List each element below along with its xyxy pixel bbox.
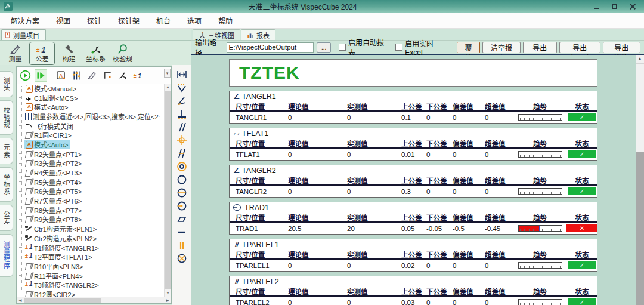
tree-item[interactable]: R7矢量点<PT6> <box>17 196 164 205</box>
side-tab[interactable]: 坐标系 <box>0 167 13 202</box>
hscroll-thumb[interactable] <box>24 298 101 303</box>
side-tab[interactable]: 校验规 <box>0 100 13 135</box>
symmetry-icon[interactable] <box>176 239 188 251</box>
menu-item[interactable]: 选项 <box>179 13 210 28</box>
flatness-icon[interactable] <box>176 213 188 225</box>
step-run-icon[interactable] <box>35 70 47 81</box>
tree-item[interactable]: 飞行模式关闭 <box>17 121 164 131</box>
tree-item[interactable]: 测量参数逼近<4>,回退<3>,搜索<6>,定位<2: <box>17 112 164 121</box>
checkbox-启用自动报表[interactable]: 启用自动报表 <box>339 37 391 57</box>
tree-item[interactable]: 模式<Manual> <box>17 84 164 93</box>
perpendicularity-icon[interactable] <box>176 108 188 120</box>
close-button[interactable] <box>628 2 637 11</box>
tree-horizontal-scrollbar[interactable]: ◄ ► <box>17 297 171 303</box>
output-path-input[interactable]: E:\VispectCubeOutput <box>227 42 314 53</box>
menu-item[interactable]: 探针架 <box>110 13 148 28</box>
position-icon[interactable] <box>176 134 188 146</box>
value-cell: TANGLR1 <box>236 114 288 121</box>
tree-item[interactable]: R10平面<PLN3> <box>17 261 164 271</box>
concentricity-icon[interactable] <box>176 161 188 172</box>
toolbar-overflow-icon[interactable]: ▾ <box>164 69 171 78</box>
导出PDF-button[interactable]: 导出PDF <box>603 42 640 53</box>
column-header: 尺寸/位置 <box>236 212 288 222</box>
side-tab[interactable]: 测头 <box>0 71 13 97</box>
browse-button[interactable]: ... <box>317 42 331 53</box>
ribbon-hammer-button[interactable]: 构建 <box>56 42 82 65</box>
tree-item[interactable]: Ctr2构造元素<PLN2> <box>17 233 164 243</box>
minimize-button[interactable] <box>593 2 601 11</box>
caliper-sm-icon[interactable] <box>86 70 98 81</box>
tree-item[interactable]: T3倾斜度<TANGLR2> <box>17 280 164 289</box>
checkbox-label: 启用自动报表 <box>348 37 391 57</box>
roundness-icon[interactable] <box>176 174 188 186</box>
runout-line-icon[interactable] <box>176 187 188 199</box>
params-icon[interactable] <box>71 70 82 81</box>
tree-item[interactable]: R11平面<PLN4> <box>17 271 164 281</box>
report-scroll-up-icon[interactable]: ▲ <box>636 55 644 63</box>
distance-icon[interactable] <box>176 69 188 81</box>
scroll-left-icon[interactable]: ◄ <box>17 298 24 303</box>
ribbon-coordinate-button[interactable]: 坐标系 <box>83 42 109 65</box>
清空报表-button[interactable]: 清空报表 <box>482 42 520 53</box>
profile-line-icon[interactable] <box>176 82 188 94</box>
tree-item[interactable]: R4矢量点<PT3> <box>17 168 164 177</box>
output-path-label: 输出路径 <box>195 37 224 57</box>
tree-item[interactable]: R3矢量点<PT2> <box>17 159 164 168</box>
menu-item[interactable]: 帮助 <box>210 13 241 28</box>
hscroll-track[interactable] <box>24 298 164 303</box>
run-icon[interactable] <box>20 70 31 81</box>
tree-item[interactable]: Ctr1构造元素<PLN1> <box>17 224 164 233</box>
menu-item[interactable]: 机台 <box>148 13 179 28</box>
menu-item[interactable]: 解决方案 <box>2 13 48 28</box>
tree-item[interactable]: R1圆<CIR1> <box>17 130 164 140</box>
tree-item[interactable]: T1倾斜度<TANGLR1> <box>17 243 164 252</box>
scroll-up-icon[interactable]: ▲ <box>165 84 171 91</box>
checkbox-box[interactable] <box>395 44 402 51</box>
tree-vertical-scrollbar[interactable]: ▲ ▼ <box>164 84 171 297</box>
restore-button[interactable] <box>611 2 619 11</box>
tree-connector <box>19 116 24 116</box>
side-tab[interactable]: 公差 <box>0 205 13 231</box>
measure-icon <box>25 159 33 167</box>
ribbon-caliper-button[interactable]: 测量 <box>2 42 28 65</box>
circular-runout-icon[interactable] <box>176 200 188 212</box>
straightness-icon[interactable] <box>176 226 188 238</box>
side-tab[interactable]: 测量程序 <box>0 234 13 277</box>
tree-item[interactable]: R12圆<CIR2> <box>17 289 164 297</box>
checkbox-启用实时Excel[interactable]: 启用实时Excel <box>395 37 450 57</box>
导出Excel-button[interactable]: 导出Excel <box>559 42 600 53</box>
tree-item[interactable]: R8矢量点<PT7> <box>17 205 164 215</box>
tree-item[interactable]: C1回调<MCS> <box>17 93 164 103</box>
ribbon-magnifier-button[interactable]: 校验规 <box>110 42 135 65</box>
branch-icon[interactable] <box>117 70 129 81</box>
导出csv-button[interactable]: 导出csv <box>523 42 557 53</box>
menu-item[interactable]: 视图 <box>48 13 79 28</box>
tree-item[interactable]: T2平面度<TFLAT1> <box>17 252 164 261</box>
tree-item[interactable]: R9矢量点<PT8> <box>17 215 164 224</box>
tree-item[interactable]: R2矢量点<PT1> <box>17 149 164 159</box>
angularity-icon[interactable] <box>176 95 188 107</box>
report-scrollbar[interactable]: ▲ <box>636 55 644 305</box>
checkbox-box[interactable] <box>339 44 346 51</box>
slant-parallel-icon[interactable] <box>176 147 188 159</box>
tree-item[interactable]: R6矢量点<PT5> <box>17 187 164 196</box>
scroll-right-icon[interactable]: ► <box>164 298 171 303</box>
tree-item[interactable]: 模式<Auto> <box>17 102 164 112</box>
corner-icon[interactable] <box>102 70 113 81</box>
tree-item[interactable]: R5矢量点<PT4> <box>17 177 164 187</box>
side-tab[interactable]: 元素 <box>0 138 13 164</box>
datum-target-icon[interactable] <box>176 252 188 264</box>
auto-mode-icon[interactable]: A <box>55 70 67 81</box>
report-scroll-thumb[interactable] <box>636 63 644 152</box>
tab-measure-project[interactable]: 测量项目 <box>1 29 46 40</box>
ribbon-tolerance-button[interactable]: ±1公差 <box>29 42 55 65</box>
tree-item[interactable]: 模式<Auto> <box>17 140 164 149</box>
value-cell: 0 <box>288 262 347 269</box>
pm1-icon[interactable]: ±1 <box>133 70 144 81</box>
覆盖-button[interactable]: 覆盖 <box>457 42 481 53</box>
parallelism-icon[interactable] <box>176 121 188 133</box>
scroll-down-icon[interactable]: ▼ <box>165 289 171 297</box>
menu-item[interactable]: 探针 <box>79 13 110 28</box>
tree-vscroll-thumb[interactable] <box>165 91 171 289</box>
tab-report[interactable]: 报表 <box>241 29 275 40</box>
